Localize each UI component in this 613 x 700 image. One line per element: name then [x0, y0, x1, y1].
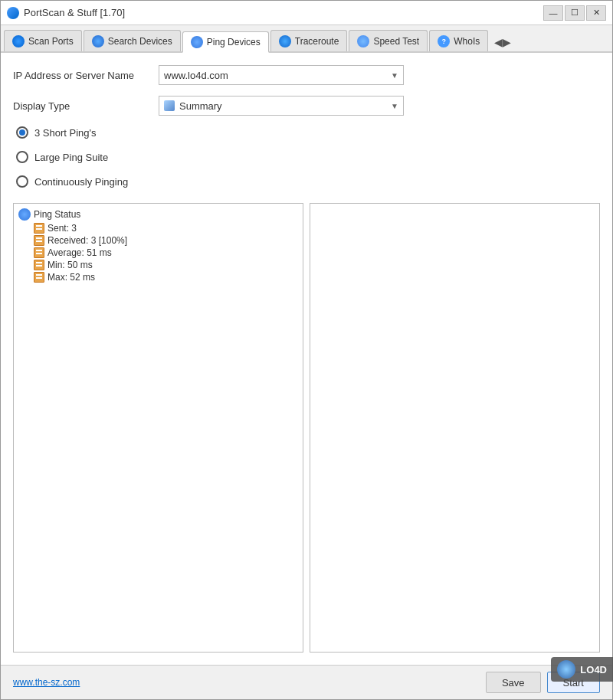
ping-devices-icon: [191, 36, 203, 48]
window-title: PortScan & Stuff [1.70]: [24, 7, 543, 18]
display-type-label: Display Type: [13, 100, 159, 112]
minimize-button[interactable]: —: [543, 5, 563, 21]
website-link[interactable]: www.the-sz.com: [13, 677, 80, 688]
ping-received: Received: 3 [100%]: [18, 234, 298, 247]
ip-address-row: IP Address or Server Name www.lo4d.com ▼: [13, 65, 600, 85]
radio-continuous-ping-label: Continuously Pinging: [34, 176, 128, 188]
tab-speed-test[interactable]: Speed Test: [349, 30, 428, 51]
radio-large-ping-label: Large Ping Suite: [34, 152, 108, 163]
ping-max: Max: 52 ms: [18, 271, 298, 283]
whois-icon: ?: [438, 35, 450, 47]
watermark: LO4D: [551, 657, 613, 682]
display-select-chevron: ▼: [391, 102, 398, 110]
tab-search-devices[interactable]: Search Devices: [84, 30, 181, 51]
display-type-row: Display Type Summary ▼: [13, 96, 600, 116]
ip-address-control: www.lo4d.com ▼: [159, 65, 404, 85]
radio-large-ping-row: Large Ping Suite: [13, 151, 600, 163]
display-type-select[interactable]: Summary ▼: [159, 96, 404, 116]
save-button[interactable]: Save: [486, 672, 541, 693]
display-type-value: Summary: [179, 100, 222, 112]
tab-bar: Scan Ports Search Devices Ping Devices T…: [1, 25, 612, 53]
ip-address-select[interactable]: www.lo4d.com ▼: [159, 65, 404, 85]
tab-scan-ports[interactable]: Scan Ports: [4, 30, 82, 51]
tab-more-button[interactable]: ◀▶: [490, 33, 516, 51]
radio-short-ping-label: 3 Short Ping's: [34, 127, 97, 139]
radio-short-ping[interactable]: [16, 126, 28, 139]
radio-short-ping-row: 3 Short Ping's: [13, 126, 600, 139]
right-panel[interactable]: [310, 203, 600, 653]
scan-ports-icon: [12, 35, 25, 47]
ping-received-icon: [34, 235, 44, 246]
app-icon: [7, 7, 19, 19]
watermark-icon: [557, 660, 575, 679]
ping-max-icon: [34, 272, 44, 283]
radio-large-ping[interactable]: [16, 151, 28, 163]
close-button[interactable]: ✕: [586, 5, 606, 21]
ip-address-label: IP Address or Server Name: [13, 70, 159, 81]
ping-sent-icon: [34, 223, 44, 234]
tab-traceroute[interactable]: Traceroute: [270, 30, 348, 51]
display-type-icon: [164, 100, 175, 111]
traceroute-icon: [279, 35, 291, 47]
ip-select-chevron: ▼: [391, 71, 398, 80]
bottom-bar: www.the-sz.com Save Start Exit: [1, 665, 612, 699]
ping-sent: Sent: 3: [18, 222, 298, 234]
tab-whois[interactable]: ? WhoIs: [429, 30, 488, 51]
search-devices-icon: [92, 35, 104, 47]
speed-test-icon: [357, 35, 369, 47]
panels-area: Ping Status Sent: 3 Received: 3 [100%] A…: [13, 203, 600, 653]
left-panel[interactable]: Ping Status Sent: 3 Received: 3 [100%] A…: [13, 203, 303, 653]
content-area: IP Address or Server Name www.lo4d.com ▼…: [1, 53, 612, 665]
ping-min: Min: 50 ms: [18, 259, 298, 271]
radio-continuous-ping[interactable]: [16, 175, 28, 188]
tab-ping-devices[interactable]: Ping Devices: [182, 31, 269, 53]
ping-average: Average: 51 ms: [18, 247, 298, 259]
ping-min-icon: [34, 260, 44, 270]
ip-address-value: www.lo4d.com: [164, 70, 228, 81]
display-type-control: Summary ▼: [159, 96, 404, 116]
ping-status-root: Ping Status: [18, 208, 298, 221]
ping-status-icon: [18, 208, 31, 221]
radio-continuous-ping-row: Continuously Pinging: [13, 175, 600, 188]
watermark-text: LO4D: [580, 664, 607, 675]
ping-average-icon: [34, 247, 44, 258]
maximize-button[interactable]: ☐: [565, 5, 585, 21]
ping-status-label: Ping Status: [34, 209, 80, 220]
